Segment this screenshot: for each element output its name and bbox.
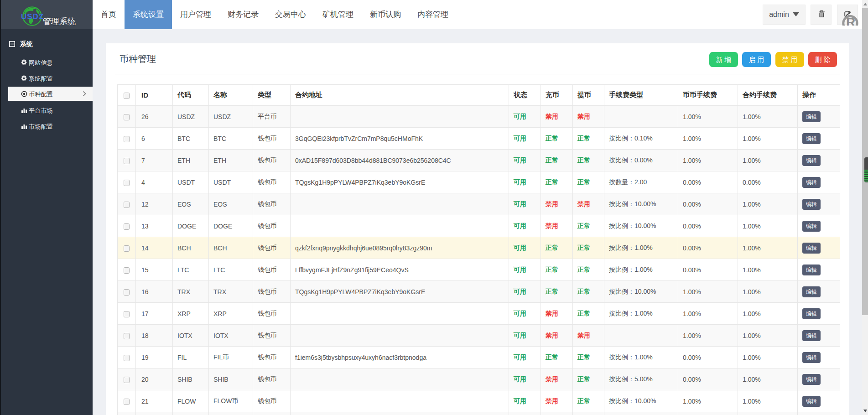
svg-text:R: R bbox=[846, 15, 855, 26]
